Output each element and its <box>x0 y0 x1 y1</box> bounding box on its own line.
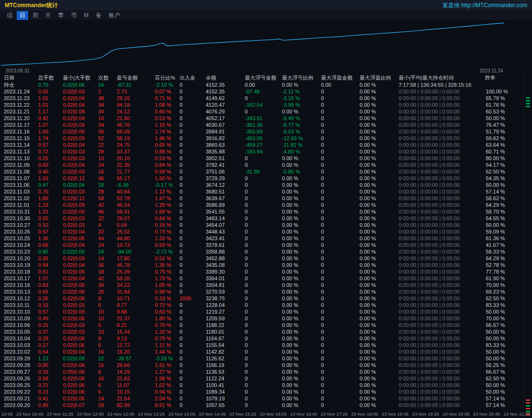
table-row[interactable]: 2023.10.100.570.02|0.09109.680.60 %01219… <box>0 308 524 315</box>
cell-max_float_profit: 0 <box>320 402 359 408</box>
cell-balance: 3835.88 <box>205 148 244 155</box>
table-row[interactable]: 2023.11.060.470.02|0.0418-6.39-0.17 %036… <box>0 182 524 188</box>
menu-item-账户[interactable]: 账户 <box>106 11 123 20</box>
column-header-balance[interactable]: 余额 <box>205 74 244 82</box>
table-row[interactable]: 2023.10.171.070.02|0.044259.201.79 %0336… <box>0 275 524 282</box>
cell-pct: 0.84 % <box>154 162 179 168</box>
table-row[interactable]: 2023.10.200.350.02|0.031417.800.52 %0345… <box>0 255 524 262</box>
table-row[interactable]: 2023.10.120.260.02|0.06810.710.33 %20003… <box>0 295 524 302</box>
column-header-min_max_lots[interactable]: 最小|大手数 <box>62 74 97 82</box>
cell-min_max_lots: 0.02|0.04 <box>62 242 97 248</box>
cell-pnl: 5.64 <box>116 222 154 228</box>
right-scroll-strip[interactable] <box>523 74 532 418</box>
table-row[interactable]: 2023.10.190.940.02|0.043645.781.35 %0343… <box>0 262 524 268</box>
column-header-date[interactable]: 日期 <box>0 74 37 82</box>
table-row[interactable]: 2023.10.060.150.02|0.0368.210.70 %01188.… <box>0 322 524 328</box>
table-row[interactable]: 2023.09.291.130.02|0.0922-39.57-3.39 %01… <box>0 355 524 362</box>
cell-max_float_profit_pct: 0.00 % <box>359 362 398 368</box>
table-row[interactable]: 2023.09.260.580.02|0.061621.831.98 %0112… <box>0 375 524 382</box>
cell-total_lots: 1.01 <box>37 95 62 102</box>
menu-item-月[interactable]: 月 <box>42 11 54 20</box>
column-header-pct[interactable]: 百分比% <box>154 74 179 82</box>
table-row[interactable]: 2023.11.021.890.02|0.125852.781.47 %0363… <box>0 195 524 202</box>
column-header-max_float_profit_pct[interactable]: 最大浮盈比例 <box>359 74 398 82</box>
cell-pct: 1.32 % <box>154 328 179 335</box>
table-row[interactable]: 2023.09.270.330.05|0.06614.291.27 %01136… <box>0 368 524 375</box>
cell-max_float_profit_pct: 0.00 % <box>359 328 398 335</box>
table-row[interactable]: 2023.11.161.600.02|0.095668.091.74 %0398… <box>0 128 524 135</box>
column-header-max_float_profit[interactable]: 最大浮盈金额 <box>320 74 359 82</box>
menu-item-季[interactable]: 季 <box>55 11 67 20</box>
time-axis-label: 23 Nov 15:25 <box>229 411 256 417</box>
table-row[interactable]: 2023.11.211.170.02|0.093424.120.60 %0407… <box>0 108 524 115</box>
column-header-max_float_loss_pct[interactable]: 最大浮亏比例 <box>281 74 320 82</box>
menu-item-日[interactable]: 日 <box>17 11 28 20</box>
table-row[interactable]: 2023.09.280.800.02|0.061629.662.61 %0116… <box>0 362 524 368</box>
table-row[interactable]: 2023.09.200.890.02|0.072882.998.51 %0105… <box>0 402 524 408</box>
cell-max_float_profit_pct: 0.00 % <box>359 262 398 268</box>
table-row[interactable]: 2023.11.090.600.02|0.042431.350.84 %0378… <box>0 162 524 168</box>
table-row[interactable]: 2023.10.030.270.02|0.06612.721.11 %01155… <box>0 342 524 348</box>
cell-max_float_profit_pct: 0.00 % <box>359 382 398 388</box>
table-row[interactable]: 2023.11.200.420.02|0.041621.500.53 %0405… <box>0 115 524 122</box>
table-row[interactable]: 2023.11.100.250.02|0.031020.100.53 %0380… <box>0 155 524 162</box>
table-row[interactable]: 2023.09.220.230.02|0.06610.150.94 %01089… <box>0 388 524 395</box>
menu-item-M[interactable]: M <box>81 11 91 19</box>
column-header-pnl[interactable]: 盈亏金额 <box>116 74 154 82</box>
table-row[interactable]: 2023.10.090.490.02|0.061021.371.80 %0120… <box>0 315 524 322</box>
cell-min_max_lots: 0.02|0.03 <box>62 328 97 335</box>
cell-min_max_lots: 0.02|0.09 <box>62 202 97 208</box>
column-header-holding_time[interactable]: 最小|平均|最大持仓时间 <box>398 74 485 82</box>
table-row[interactable]: 2023.11.030.700.02|0.032840.841.12 %0368… <box>0 188 524 195</box>
table-row[interactable]: 2023.10.300.550.02|0.032229.070.84 %0348… <box>0 215 524 222</box>
cell-pnl: 56.19 <box>116 135 154 142</box>
table-row[interactable]: 2023.10.020.540.02|0.041616.201.44 %0114… <box>0 348 524 355</box>
cell-max_float_loss: 0 <box>244 95 281 102</box>
cell-cash_flow: 0 <box>179 142 205 148</box>
cell-cash_flow: 0 <box>179 255 205 262</box>
cell-max_float_loss_pct: 0.00 % <box>281 108 320 115</box>
table-row[interactable]: 2023.10.270.100.02|0.0345.640.16 %03454.… <box>0 222 524 228</box>
column-header-max_float_loss[interactable]: 最大浮亏金额 <box>244 74 281 82</box>
table-row[interactable]: 2023.10.040.280.02|0.0689.130.79 %01164.… <box>0 335 524 342</box>
table-row[interactable]: 2023.11.011.330.02|0.094245.341.28 %0358… <box>0 202 524 208</box>
table-row[interactable]: 2023.11.231.010.02|0.043829.150.71 %0414… <box>0 95 524 102</box>
table-row[interactable]: 2023.11.151.740.02|0.095256.191.46 %0391… <box>0 135 524 142</box>
table-row[interactable]: 2023.10.240.680.02|0.042419.730.59 %0337… <box>0 242 524 248</box>
column-header-count[interactable]: 次数 <box>97 74 116 82</box>
table-row[interactable]: 2023.10.251.360.02|0.064444.801.33 %0342… <box>0 235 524 242</box>
menu-item-备[interactable]: 备 <box>93 11 104 20</box>
site-link[interactable]: 复盘侠 http://MTCommander.com <box>442 1 527 10</box>
table-row[interactable]: 2023.09.210.410.02|0.061421.542.04 %0107… <box>0 395 524 402</box>
cell-max_float_profit_pct: 0.00 % <box>359 288 398 295</box>
table-row[interactable]: 2023.11.080.400.02|0.031621.770.58 %0375… <box>0 168 524 175</box>
menu-item-周[interactable]: 周 <box>30 11 41 20</box>
cell-max_float_profit_pct: 0.00 % <box>359 402 398 408</box>
table-row[interactable]: 2023.10.160.830.02|0.063034.221.05 %0330… <box>0 282 524 288</box>
table-row[interactable]: 2023.11.240.050.02|0.0322.730.07 %04152.… <box>0 88 524 95</box>
table-row[interactable]: 2023.10.230.800.02|0.0924-94.00-2.72 %03… <box>0 248 524 255</box>
table-row[interactable]: 2023.10.260.570.02|0.042225.020.73 %0344… <box>0 228 524 235</box>
table-row[interactable]: 2023.10.180.510.02|0.061825.290.75 %0338… <box>0 268 524 275</box>
menu-item-币[interactable]: 币 <box>68 11 80 20</box>
table-row[interactable]: 2023.11.071.690.02|0.124655.171.50 %0372… <box>0 175 524 182</box>
table-row[interactable]: 2023.11.221.010.02|0.043444.181.08 %0412… <box>0 102 524 108</box>
menu-item-综[interactable]: 综 <box>4 11 15 20</box>
stats-table: 日期总手数最小|大手数次数盈亏金额百分比%出入金余额最大浮亏金额最大浮亏比例最大… <box>0 74 524 408</box>
column-header-win_rate[interactable]: 胜率 <box>485 74 524 82</box>
cell-max_float_profit_pct: 0.00 % <box>359 175 398 182</box>
table-row[interactable]: 2023.10.311.310.02|0.094658.411.68 %0354… <box>0 208 524 215</box>
table-row[interactable]: 2023.10.130.650.02|0.062631.840.98 %0327… <box>0 288 524 295</box>
cell-win_rate: 61.36 % <box>485 235 524 242</box>
table-row[interactable]: 2023.09.250.210.02|0.06611.071.02 %01100… <box>0 382 524 388</box>
table-row[interactable]: 2023.10.050.370.02|0.031015.341.32 %0118… <box>0 328 524 335</box>
column-header-cash_flow[interactable]: 出入金 <box>179 74 205 82</box>
cell-min_max_lots: 0.02|0.06 <box>62 268 97 275</box>
table-row[interactable]: 2023.11.130.720.02|0.032833.370.88 %0383… <box>0 148 524 155</box>
table-row[interactable]: 2023.10.110.150.02|0.0368.770.72 %01228.… <box>0 302 524 308</box>
table-row[interactable]: 持仓0.700.02|0.0624-87.31-2.10 %04152.350.… <box>0 82 524 88</box>
table-row[interactable]: 2023.11.140.570.02|0.042224.750.65 %0386… <box>0 142 524 148</box>
column-header-total_lots[interactable]: 总手数 <box>37 74 62 82</box>
table-row[interactable]: 2023.11.171.070.02|0.093445.761.15 %0403… <box>0 122 524 128</box>
cell-holding_time: 0:00:00 | 0:00:00 | 0:00:00 <box>398 88 485 95</box>
